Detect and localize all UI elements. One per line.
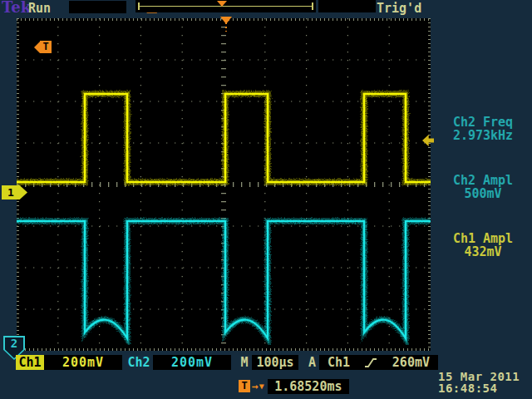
oscilloscope-screen: Tek Run T Trig'd: [0, 0, 532, 399]
measurement-value: 432mV: [434, 245, 532, 259]
ch1-trace: [17, 94, 431, 182]
time-per-div: 100µs: [252, 355, 298, 370]
rising-edge-icon: [364, 357, 377, 369]
delay-time-value: 1.68520ms: [268, 379, 349, 394]
trigger-source: Ch1: [328, 355, 350, 370]
ch2-trace: [17, 221, 431, 338]
datetime-readout: 15 Mar 2011 16:48:54: [438, 371, 532, 394]
measurement-readout: Ch1 Ampl432mV: [434, 232, 532, 259]
date-text: 15 Mar 2011: [438, 371, 532, 382]
measurement-value: 2.973kHz: [434, 129, 532, 142]
left-arrow-icon: [34, 42, 40, 53]
acquisition-status: Run: [28, 1, 51, 16]
measurement-label: Ch2 Freq: [434, 116, 532, 129]
trigger-t-icon: T: [40, 41, 52, 53]
measurement-value: 500mV: [434, 187, 532, 200]
measurement-sidebar: Ch2 Freq2.973kHzCh2 Ampl500mVCh1 Ampl432…: [434, 18, 532, 290]
ch2-channel-tag: Ch2: [125, 355, 153, 370]
ch2-marker-label: 2: [3, 337, 25, 350]
measurement-readout: Ch2 Ampl500mV: [434, 174, 532, 200]
waveform-plot: [17, 18, 431, 351]
trigger-t-icon: T: [239, 380, 250, 392]
ch1-volts-per-div: 200mV: [44, 355, 122, 370]
record-view-right-bracket: [312, 2, 313, 10]
main-timebase-label: M: [238, 355, 251, 370]
down-triangle-icon: ▼: [259, 382, 264, 391]
right-arrow-icon: →: [252, 380, 259, 392]
trigger-readout: Ch1 260mV: [319, 355, 438, 370]
record-view-bar: [135, 0, 316, 12]
trigger-position-marker-icon: [220, 17, 232, 24]
time-text: 16:48:54: [438, 382, 532, 394]
measurement-label: Ch1 Ampl: [434, 232, 532, 245]
tek-logo: Tek: [2, 0, 31, 16]
trigger-offscreen-flag: T: [34, 41, 52, 53]
trigger-status-box: [318, 0, 376, 12]
ch2-volts-per-div: 200mV: [153, 355, 231, 370]
trigger-level-value: 260mV: [392, 355, 430, 370]
trigger-system-label: A: [306, 355, 318, 370]
ch1-channel-tag: Ch1: [16, 355, 44, 370]
trigger-status-text: Trig'd: [377, 1, 421, 16]
record-view-position-marker-icon: [217, 1, 227, 7]
waveform-display-area: T: [17, 18, 431, 351]
measurement-label: Ch2 Ampl: [434, 174, 532, 187]
trigger-position-indicator-box: T: [69, 1, 126, 13]
channel-status-bar: Ch1 200mV Ch2 200mV M 100µs A Ch1 260mV: [0, 355, 532, 370]
horizontal-delay-readout: T → ▼ 1.68520ms: [239, 378, 349, 394]
measurement-readout: Ch2 Freq2.973kHz: [434, 116, 532, 142]
top-status-bar: Tek Run T Trig'd: [0, 0, 532, 16]
